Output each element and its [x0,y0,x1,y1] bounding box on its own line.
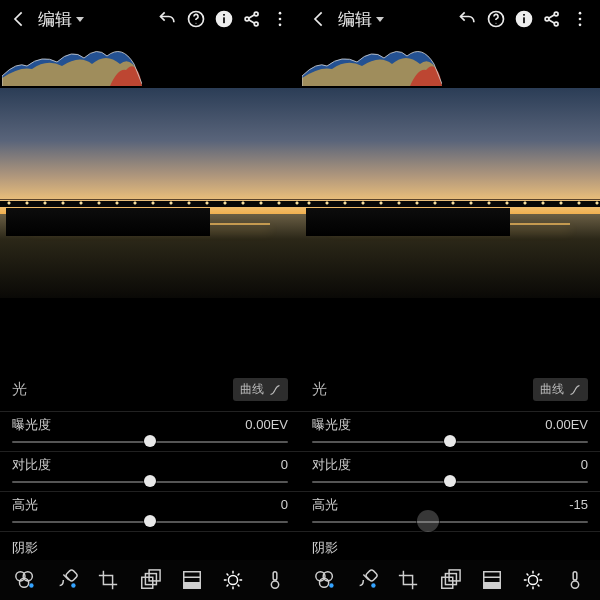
slider-label: 曝光度 [12,418,51,432]
svg-point-33 [579,12,582,15]
tool-crop[interactable] [392,564,424,596]
svg-point-39 [329,583,333,587]
histogram[interactable] [302,36,442,86]
svg-rect-44 [449,570,460,581]
tool-gradient[interactable] [476,564,508,596]
slider-label: 高光 [312,498,338,512]
svg-point-1 [196,23,197,24]
undo-icon[interactable] [154,5,182,33]
more-icon[interactable] [566,5,594,33]
chevron-down-icon[interactable] [376,17,384,22]
slider-value: 0 [281,498,288,512]
editor-panel-right: 编辑 光 曲线 曝光度 0. [300,0,600,600]
svg-point-30 [545,17,549,21]
slider-row-exposure[interactable]: 曝光度 0.00EV [300,412,600,452]
slider-label: 高光 [12,498,38,512]
slider-row-shadows[interactable]: 阴影 [0,532,300,560]
header-title[interactable]: 编辑 [38,8,72,31]
svg-point-49 [571,581,578,588]
svg-rect-19 [149,570,160,581]
tool-crop[interactable] [92,564,124,596]
slider-row-contrast[interactable]: 对比度 0 [300,452,600,492]
tool-color[interactable] [559,564,591,596]
back-icon[interactable] [306,5,334,33]
tool-color[interactable] [259,564,291,596]
canvas-spacer [300,298,600,368]
bottom-toolbar [0,560,300,600]
tool-light[interactable] [517,564,549,596]
info-icon[interactable] [210,5,238,33]
help-icon[interactable] [482,5,510,33]
svg-point-26 [496,23,497,24]
slider-row-exposure[interactable]: 曝光度 0.00EV [0,412,300,452]
chevron-down-icon[interactable] [76,17,84,22]
editor-panel-left: 编辑 光 曲线 曝光度 0. [0,0,300,600]
help-icon[interactable] [182,5,210,33]
slider-track-exposure[interactable] [312,432,588,450]
svg-point-10 [279,24,282,27]
tool-adjust[interactable] [309,564,341,596]
svg-rect-42 [442,577,453,588]
svg-point-6 [254,12,258,16]
slider-track-exposure[interactable] [12,432,288,450]
svg-rect-29 [523,14,525,16]
svg-rect-18 [145,574,156,585]
slider-value: 0.00EV [545,418,588,432]
svg-point-31 [554,12,558,16]
canvas-spacer [0,298,300,368]
svg-point-35 [579,24,582,27]
share-icon[interactable] [238,5,266,33]
svg-point-32 [554,22,558,26]
header: 编辑 [0,0,300,38]
tool-light[interactable] [217,564,249,596]
bottom-toolbar [300,560,600,600]
share-icon[interactable] [538,5,566,33]
svg-rect-17 [142,577,153,588]
header-title[interactable]: 编辑 [338,8,372,31]
back-icon[interactable] [6,5,34,33]
tool-layers[interactable] [134,564,166,596]
slider-value: 0.00EV [245,418,288,432]
curve-button[interactable]: 曲线 [533,378,588,401]
tool-gradient[interactable] [176,564,208,596]
svg-point-41 [371,583,375,587]
slider-row-shadows[interactable]: 阴影 [300,532,600,560]
slider-track-contrast[interactable] [12,472,288,490]
tool-healing[interactable] [51,564,83,596]
slider-track-contrast[interactable] [312,472,588,490]
section-header-light: 光 曲线 [300,368,600,412]
info-icon[interactable] [510,5,538,33]
svg-point-47 [529,575,538,584]
svg-rect-28 [523,17,525,23]
more-icon[interactable] [266,5,294,33]
slider-row-highlights[interactable]: 高光 0 [0,492,300,532]
slider-value: -15 [569,498,588,512]
svg-rect-15 [65,569,78,582]
slider-label: 阴影 [312,541,338,555]
svg-rect-3 [223,17,225,23]
slider-label: 对比度 [312,458,351,472]
svg-point-24 [271,581,278,588]
undo-icon[interactable] [454,5,482,33]
svg-rect-21 [183,583,200,589]
tool-healing[interactable] [351,564,383,596]
photo-preview[interactable] [0,88,300,298]
slider-label: 阴影 [12,541,38,555]
tool-adjust[interactable] [9,564,41,596]
svg-point-14 [29,583,33,587]
histogram[interactable] [2,36,142,86]
svg-rect-48 [573,572,577,580]
slider-track-highlights[interactable] [12,512,288,530]
tool-layers[interactable] [434,564,466,596]
svg-rect-40 [365,569,378,582]
slider-value: 0 [281,458,288,472]
section-title: 光 [12,380,27,399]
photo-preview[interactable] [300,88,600,298]
svg-rect-43 [445,574,456,585]
svg-point-9 [279,18,282,21]
slider-track-highlights[interactable] [312,512,588,530]
curve-button[interactable]: 曲线 [233,378,288,401]
slider-row-highlights[interactable]: 高光 -15 [300,492,600,532]
svg-point-22 [229,575,238,584]
slider-row-contrast[interactable]: 对比度 0 [0,452,300,492]
